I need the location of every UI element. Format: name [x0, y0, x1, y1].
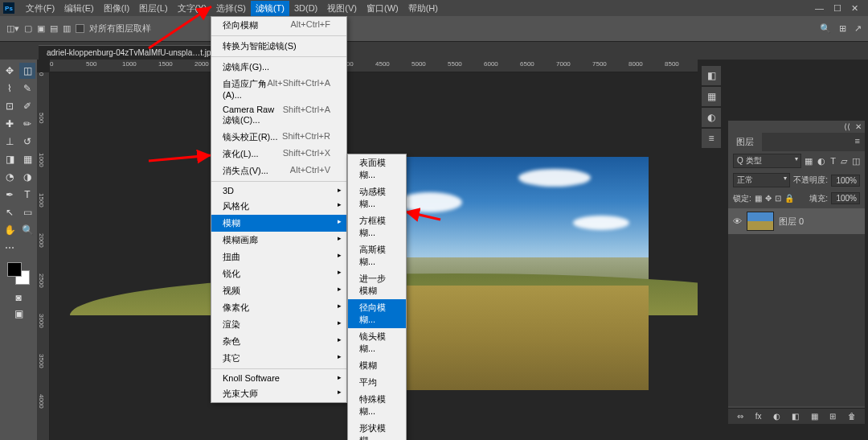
menu-item[interactable]: Camera Raw 滤镜(C)...Shift+Ctrl+A: [211, 102, 346, 129]
panel-menu-icon[interactable]: ≡: [850, 133, 865, 151]
menu-item[interactable]: 镜头校正(R)...Shift+Ctrl+R: [211, 129, 346, 146]
shape-tool[interactable]: ▭: [19, 204, 35, 220]
menu-item[interactable]: 3D: [211, 183, 346, 198]
path-tool[interactable]: ↖: [2, 204, 18, 220]
layer-action-icon[interactable]: ▦: [811, 412, 818, 421]
lock-pixels-icon[interactable]: ▦: [755, 194, 762, 203]
layer-action-icon[interactable]: ⇔: [737, 412, 743, 421]
tool-preset-icon[interactable]: ◫▾: [6, 23, 19, 34]
color-panel-icon[interactable]: ◧: [702, 66, 721, 85]
gradient-tool[interactable]: ▦: [19, 151, 35, 167]
quickmask-icon[interactable]: ◙: [10, 290, 27, 306]
submenu-item[interactable]: 进一步模糊: [348, 270, 406, 299]
panel-collapse-icon[interactable]: ⟨⟨: [844, 122, 850, 131]
menu-view[interactable]: 视图(V): [322, 1, 362, 16]
menu-item[interactable]: Knoll Software: [211, 371, 346, 385]
submenu-item[interactable]: 镜头模糊...: [348, 328, 406, 357]
submenu-item[interactable]: 径向模糊...: [348, 299, 406, 328]
menu-item[interactable]: 转换为智能滤镜(S): [211, 38, 346, 55]
layers-tab[interactable]: 图层: [728, 133, 762, 151]
filter-type-icon[interactable]: T: [830, 156, 836, 167]
lock-all-icon[interactable]: 🔒: [784, 194, 794, 203]
eraser-tool[interactable]: ◨: [2, 151, 18, 167]
dodge-tool[interactable]: ◑: [19, 169, 35, 185]
menu-item[interactable]: 像素化: [211, 299, 346, 316]
layer-thumbnail[interactable]: [747, 212, 774, 231]
submenu-item[interactable]: 模糊: [348, 357, 406, 374]
filter-shape-icon[interactable]: ▱: [841, 156, 847, 167]
minimize-icon[interactable]: —: [815, 3, 824, 14]
screenmode-icon[interactable]: ▣: [10, 306, 27, 322]
menu-item[interactable]: 渲染: [211, 316, 346, 333]
quick-select-tool[interactable]: ✎: [19, 80, 35, 97]
history-panel-icon[interactable]: ≡: [702, 129, 721, 148]
menu-item[interactable]: 径向模糊Alt+Ctrl+F: [211, 17, 346, 34]
menu-item[interactable]: 光束大师: [211, 385, 346, 402]
healing-tool[interactable]: ✚: [2, 116, 18, 132]
type-tool[interactable]: T: [19, 187, 35, 203]
menu-item[interactable]: 视频: [211, 282, 346, 299]
brush-tool[interactable]: ✏: [19, 116, 35, 132]
panel-close-icon[interactable]: ✕: [855, 122, 862, 131]
submenu-item[interactable]: 形状模糊...: [348, 420, 406, 440]
color-swatch[interactable]: [7, 262, 30, 285]
foreground-color[interactable]: [7, 262, 22, 277]
menu-item[interactable]: 模糊画廊: [211, 232, 346, 249]
menu-item[interactable]: 液化(L)...Shift+Ctrl+X: [211, 146, 346, 162]
lock-position-icon[interactable]: ✥: [765, 194, 772, 203]
filter-smart-icon[interactable]: ◫: [852, 156, 860, 167]
lasso-tool[interactable]: ⌇: [2, 80, 18, 97]
menu-window[interactable]: 窗口(W): [362, 1, 403, 16]
submenu-item[interactable]: 高斯模糊...: [348, 241, 406, 270]
marquee-tool[interactable]: ◫: [19, 63, 35, 79]
layer-item[interactable]: 👁 图层 0: [728, 208, 865, 234]
layer-action-icon[interactable]: ◧: [792, 412, 799, 421]
layer-action-icon[interactable]: fx: [755, 412, 762, 421]
submenu-item[interactable]: 特殊模糊...: [348, 391, 406, 420]
layer-name[interactable]: 图层 0: [779, 216, 804, 228]
menu-item[interactable]: 模糊: [211, 215, 346, 232]
submenu-item[interactable]: 方框模糊...: [348, 212, 406, 241]
hand-tool[interactable]: ✋: [2, 222, 18, 238]
visibility-icon[interactable]: 👁: [733, 216, 742, 226]
pen-tool[interactable]: ✒: [2, 187, 18, 203]
crop-tool[interactable]: ⊡: [2, 98, 18, 114]
swatches-panel-icon[interactable]: ▦: [702, 87, 721, 106]
layer-action-icon[interactable]: ◐: [773, 412, 780, 421]
menu-edit[interactable]: 编辑(E): [59, 1, 99, 16]
maximize-icon[interactable]: ☐: [833, 3, 841, 14]
layer-action-icon[interactable]: ⊞: [829, 412, 836, 421]
adjust-panel-icon[interactable]: ◐: [702, 108, 721, 127]
search-icon[interactable]: 🔍: [820, 23, 831, 34]
stamp-tool[interactable]: ⊥: [2, 134, 18, 150]
blur-tool[interactable]: ◔: [2, 169, 18, 185]
history-brush-tool[interactable]: ↺: [19, 134, 35, 150]
selection-mode-new-icon[interactable]: ▢: [24, 23, 32, 34]
menu-help[interactable]: 帮助(H): [403, 1, 443, 16]
layer-filter-kind[interactable]: Q 类型: [733, 154, 801, 168]
zoom-tool[interactable]: 🔍: [19, 222, 35, 238]
menu-item[interactable]: 杂色: [211, 333, 346, 350]
menu-item[interactable]: 其它: [211, 350, 346, 367]
submenu-item[interactable]: 表面模糊...: [348, 154, 406, 183]
menu-filter[interactable]: 滤镜(T): [251, 1, 289, 16]
selection-mode-add-icon[interactable]: ▣: [37, 23, 45, 34]
menu-item[interactable]: 自适应广角(A)...Alt+Shift+Ctrl+A: [211, 76, 346, 102]
share-icon[interactable]: ↗: [854, 23, 862, 34]
submenu-item[interactable]: 平均: [348, 374, 406, 391]
eyedropper-tool[interactable]: ✐: [19, 98, 35, 114]
menu-item[interactable]: 扭曲: [211, 249, 346, 265]
arrange-icon[interactable]: ⊞: [839, 23, 846, 34]
lock-artboard-icon[interactable]: ⊡: [775, 194, 781, 203]
filter-pixel-icon[interactable]: ▦: [805, 156, 813, 167]
menu-image[interactable]: 图像(I): [99, 1, 134, 16]
opacity-input[interactable]: 100%: [831, 175, 860, 187]
menu-item[interactable]: 消失点(V)...Alt+Ctrl+V: [211, 162, 346, 179]
menu-file[interactable]: 文件(F): [21, 1, 59, 16]
layer-action-icon[interactable]: 🗑: [848, 412, 856, 421]
close-icon[interactable]: ✕: [851, 3, 858, 14]
menu-item[interactable]: 锐化: [211, 265, 346, 282]
sample-all-checkbox[interactable]: [76, 24, 84, 33]
menu-item[interactable]: 滤镜库(G)...: [211, 59, 346, 76]
selection-mode-intersect-icon[interactable]: ▥: [63, 23, 71, 34]
